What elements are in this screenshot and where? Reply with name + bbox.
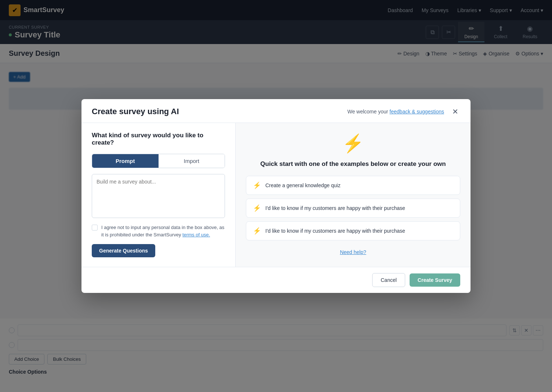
modal-footer: Cancel Create Survey	[81, 267, 471, 293]
import-tab-button[interactable]: Import	[159, 154, 225, 168]
checkbox-row: I agree not to input any personal data i…	[92, 224, 225, 238]
modal-close-button[interactable]: ✕	[450, 106, 460, 117]
cancel-button[interactable]: Cancel	[372, 273, 405, 287]
modal-header-right: We welcome your feedback & suggestions ✕	[347, 106, 460, 117]
modal-right-panel: ⚡ Quick start with one of the examples b…	[236, 123, 471, 267]
example-card-icon-2: ⚡	[253, 227, 261, 235]
feedback-link[interactable]: feedback & suggestions	[389, 109, 444, 115]
modal-overlay: Create survey using AI We welcome your f…	[0, 0, 552, 392]
example-card-icon-0: ⚡	[253, 181, 261, 189]
modal-title: Create survey using AI	[92, 107, 179, 116]
example-card-2[interactable]: ⚡ I'd like to know if my customers are h…	[246, 221, 460, 240]
prompt-textarea[interactable]	[92, 174, 225, 218]
need-help-link[interactable]: Need help?	[340, 249, 366, 255]
example-card-1[interactable]: ⚡ I'd like to know if my customers are h…	[246, 199, 460, 218]
ai-survey-modal: Create survey using AI We welcome your f…	[81, 99, 471, 293]
generate-questions-button[interactable]: Generate Questions	[92, 244, 155, 257]
checkbox-label: I agree not to input any personal data i…	[101, 224, 225, 238]
example-card-text-2: I'd like to know if my customers are hap…	[265, 228, 405, 234]
example-card-0[interactable]: ⚡ Create a general knowledge quiz	[246, 176, 460, 195]
example-card-text-1: I'd like to know if my customers are hap…	[265, 205, 405, 211]
prompt-tab-button[interactable]: Prompt	[92, 154, 159, 168]
example-cards: ⚡ Create a general knowledge quiz ⚡ I'd …	[246, 176, 460, 240]
modal-header: Create survey using AI We welcome your f…	[81, 99, 471, 123]
lightning-icon-large: ⚡	[342, 135, 364, 152]
panel-question: What kind of survey would you like to cr…	[92, 132, 225, 146]
modal-body: What kind of survey would you like to cr…	[81, 123, 471, 267]
terms-link[interactable]: terms of use.	[182, 232, 210, 237]
quickstart-title: Quick start with one of the examples bel…	[260, 160, 446, 168]
example-card-text-0: Create a general knowledge quiz	[265, 182, 341, 188]
agree-checkbox[interactable]	[92, 225, 98, 231]
feedback-text: We welcome your feedback & suggestions	[347, 109, 444, 115]
modal-left-panel: What kind of survey would you like to cr…	[81, 123, 236, 267]
create-survey-button[interactable]: Create Survey	[410, 273, 460, 287]
example-card-icon-1: ⚡	[253, 204, 261, 212]
tab-switcher: Prompt Import	[92, 154, 225, 168]
